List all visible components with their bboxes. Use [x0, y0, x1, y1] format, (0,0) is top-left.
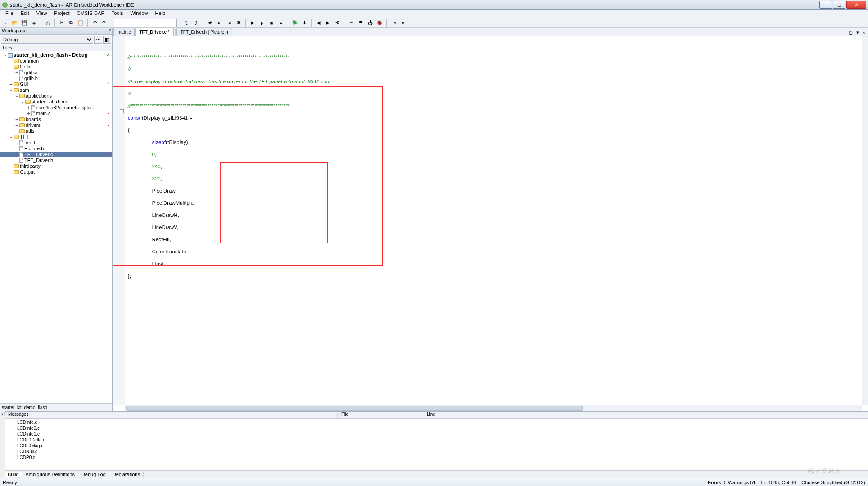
tree-node[interactable]: font.h — [0, 140, 112, 146]
code-line: tDisplay g_sILI9341 = — [140, 115, 193, 121]
menu-window[interactable]: Window — [127, 10, 151, 18]
project-tree[interactable]: -starter_kit_demo_flash - Debug✔+common-… — [0, 51, 112, 403]
tree-node[interactable]: +Output — [0, 169, 112, 175]
output-list[interactable]: LCDInfo.cLCDInfo0.cLCDInfo1.cLCDL0Delta.… — [5, 418, 868, 470]
tree-node[interactable]: TFT_Driver.h — [0, 158, 112, 163]
output-message-row[interactable]: LCDInfo0.c — [6, 425, 866, 431]
menu-edit[interactable]: Edit — [17, 10, 33, 18]
window-close-button[interactable]: ✕ — [846, 1, 866, 9]
tree-node[interactable]: -Grlib — [0, 64, 112, 70]
output-col-file[interactable]: File — [338, 412, 423, 418]
output-message-row[interactable]: LCDL0Mag.c — [6, 443, 866, 449]
bookmark-next-icon[interactable]: ▸ — [216, 19, 224, 27]
make-icon[interactable]: ⏵ — [258, 19, 266, 27]
tree-node[interactable]: +TFT_Driver.c• — [0, 152, 112, 158]
power-icon[interactable]: ⏻ — [366, 19, 374, 27]
code-editor[interactable]: - //************************************… — [113, 36, 868, 411]
tree-node[interactable]: +GUI* — [0, 81, 112, 87]
editor-tab[interactable]: TFT_Driver.h | Picture.h — [176, 28, 232, 36]
debug-no-dl-icon[interactable]: ⬇ — [300, 19, 308, 27]
output-col-messages[interactable]: Messages — [5, 412, 338, 418]
tree-node[interactable]: -sam — [0, 87, 112, 93]
menu-cmsis-dap[interactable]: CMSIS-DAP — [73, 10, 108, 18]
tree-node[interactable]: +thirdparty — [0, 163, 112, 169]
bug-icon[interactable]: 🐞 — [375, 19, 384, 27]
new-file-icon[interactable]: ▫ — [1, 19, 9, 27]
tree-node[interactable]: Picture.h — [0, 146, 112, 152]
paste-icon[interactable]: 📋 — [77, 19, 85, 27]
menu-help[interactable]: Help — [152, 10, 169, 18]
function-nav-label[interactable]: f0 — [847, 30, 854, 36]
tree-node[interactable]: -TFT — [0, 134, 112, 140]
tree-node[interactable]: +grlib.a — [0, 70, 112, 76]
tree-node[interactable]: +sam4sd32c_sam4s_xplai... — [0, 105, 112, 111]
output-message-row[interactable]: LCDL0Delta.c — [6, 437, 866, 443]
config-popout-button[interactable]: ◧ — [103, 36, 111, 44]
step-over-icon[interactable]: ⤼ — [399, 19, 407, 27]
nav-back-icon[interactable]: ◀ — [314, 19, 322, 27]
window-minimize-button[interactable]: — — [819, 1, 832, 9]
nav-fwd-icon[interactable]: ▶ — [324, 19, 332, 27]
tree-node[interactable]: +boards — [0, 117, 112, 122]
output-tab[interactable]: Build — [5, 472, 22, 477]
tree-node[interactable]: +drivers• — [0, 122, 112, 128]
toggle-bp-icon[interactable]: ● — [277, 19, 285, 27]
tree-node[interactable]: grlib.h — [0, 76, 112, 81]
menu-file[interactable]: File — [2, 10, 17, 18]
tree-node[interactable]: +main.c• — [0, 111, 112, 117]
stop-build-icon[interactable]: ■ — [267, 19, 276, 27]
menu-tools[interactable]: Tools — [108, 10, 127, 18]
step-into-icon[interactable]: ⇥ — [389, 19, 398, 27]
code-line: { — [128, 127, 130, 133]
output-message-row[interactable]: LCDInfo1.c — [6, 431, 866, 437]
copy-icon[interactable]: ⧉ — [67, 19, 75, 27]
tree-node[interactable]: -starter_kit_demo — [0, 99, 112, 105]
output-col-line[interactable]: Line — [423, 412, 439, 418]
fold-collapse-icon[interactable]: - — [120, 109, 124, 113]
find-next-icon[interactable]: ⤵ — [183, 19, 191, 27]
code-number: 240 — [128, 164, 161, 169]
find-prev-icon[interactable]: ⤴ — [192, 19, 200, 27]
output-tab[interactable]: Debug Log — [78, 472, 109, 477]
output-tab[interactable]: Ambiguous Definitions — [22, 472, 78, 477]
output-message-row[interactable]: LCDP0.c — [6, 454, 866, 460]
open-file-icon[interactable]: 📂 — [11, 19, 19, 27]
undo-icon[interactable]: ↶ — [90, 19, 99, 27]
save-icon[interactable]: 💾 — [20, 19, 28, 27]
editor-vertical-scrollbar[interactable] — [862, 36, 868, 405]
editor-tab[interactable]: main.c — [113, 28, 135, 36]
editor-horizontal-scrollbar[interactable] — [125, 405, 862, 411]
toolbar-search-combo[interactable] — [114, 19, 177, 27]
workspace-bottom-tab[interactable]: starter_kit_demo_flash — [0, 403, 112, 411]
compile-icon[interactable]: ▶ — [249, 19, 257, 27]
bookmark-clear-icon[interactable]: ✖ — [235, 19, 243, 27]
trace-icon[interactable]: ≡ — [347, 19, 355, 27]
print-icon[interactable]: ⎙ — [44, 19, 52, 27]
output-tab[interactable]: Declarations — [109, 472, 144, 477]
menu-view[interactable]: View — [33, 10, 51, 18]
tree-node[interactable]: +common — [0, 58, 112, 64]
cut-icon[interactable]: ✂ — [58, 19, 66, 27]
workspace-close-button[interactable]: × — [108, 28, 111, 33]
output-message-row[interactable]: LCDNull.c — [6, 449, 866, 454]
editor-close-button[interactable]: × — [861, 30, 867, 36]
config-options-button[interactable]: ⋯ — [94, 36, 102, 44]
tree-node[interactable]: +utils — [0, 128, 112, 134]
tree-node[interactable]: -applications — [0, 93, 112, 99]
debug-icon[interactable]: 🪲 — [291, 19, 299, 27]
output-close-button[interactable]: × — [0, 412, 5, 416]
editor-tab[interactable]: TFT_Driver.c * — [135, 28, 173, 36]
output-message-row[interactable]: LCDInfo.c — [6, 419, 866, 425]
code-line: , — [161, 164, 162, 169]
menu-project[interactable]: Project — [50, 10, 73, 18]
restart-icon[interactable]: ⟲ — [333, 19, 341, 27]
trace2-icon[interactable]: ≣ — [357, 19, 365, 27]
window-maximize-button[interactable]: ◻ — [833, 1, 845, 9]
save-all-icon[interactable]: ⩩ — [30, 19, 38, 27]
bookmark-prev-icon[interactable]: ◂ — [225, 19, 233, 27]
tree-node[interactable]: -starter_kit_demo_flash - Debug✔ — [0, 52, 112, 58]
configuration-select[interactable]: Debug — [1, 36, 93, 44]
redo-icon[interactable]: ↷ — [100, 19, 108, 27]
function-nav-dropdown-icon[interactable]: ▾ — [855, 30, 860, 36]
bookmark-toggle-icon[interactable]: ★ — [206, 19, 214, 27]
